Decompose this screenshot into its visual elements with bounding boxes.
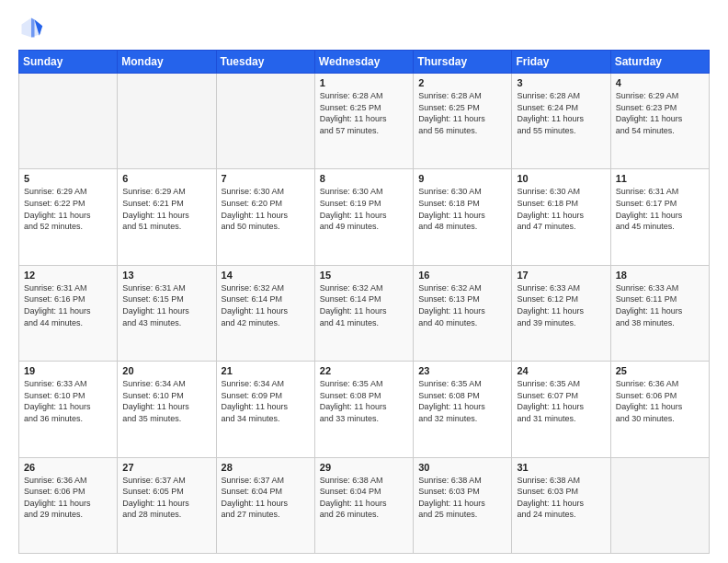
calendar-cell: 28Sunrise: 6:37 AM Sunset: 6:04 PM Dayli…: [216, 457, 314, 553]
day-info: Sunrise: 6:33 AM Sunset: 6:11 PM Dayligh…: [616, 282, 704, 328]
day-info: Sunrise: 6:34 AM Sunset: 6:10 PM Dayligh…: [122, 378, 210, 424]
day-number: 3: [517, 77, 605, 88]
calendar-cell: 20Sunrise: 6:34 AM Sunset: 6:10 PM Dayli…: [118, 362, 216, 457]
day-info: Sunrise: 6:32 AM Sunset: 6:13 PM Dayligh…: [418, 282, 506, 328]
calendar-cell: 12Sunrise: 6:31 AM Sunset: 6:16 PM Dayli…: [19, 265, 118, 361]
weekday-header-monday: Monday: [118, 51, 216, 74]
day-number: 21: [222, 365, 310, 376]
day-number: 1: [320, 77, 408, 88]
calendar-cell: [118, 74, 216, 169]
day-info: Sunrise: 6:28 AM Sunset: 6:25 PM Dayligh…: [418, 90, 506, 136]
calendar-cell: 31Sunrise: 6:38 AM Sunset: 6:03 PM Dayli…: [512, 457, 610, 553]
day-number: 26: [24, 462, 112, 473]
calendar-cell: 24Sunrise: 6:35 AM Sunset: 6:07 PM Dayli…: [512, 362, 610, 457]
day-info: Sunrise: 6:29 AM Sunset: 6:23 PM Dayligh…: [616, 90, 704, 136]
calendar-cell: 7Sunrise: 6:30 AM Sunset: 6:20 PM Daylig…: [216, 169, 314, 265]
calendar-week-4: 19Sunrise: 6:33 AM Sunset: 6:10 PM Dayli…: [19, 362, 710, 457]
day-number: 11: [616, 173, 704, 184]
day-info: Sunrise: 6:29 AM Sunset: 6:21 PM Dayligh…: [122, 186, 210, 232]
day-number: 4: [616, 77, 704, 88]
calendar-cell: [610, 457, 709, 553]
calendar-cell: 25Sunrise: 6:36 AM Sunset: 6:06 PM Dayli…: [610, 362, 709, 457]
day-number: 8: [320, 173, 408, 184]
calendar-cell: 13Sunrise: 6:31 AM Sunset: 6:15 PM Dayli…: [118, 265, 216, 361]
calendar-cell: 18Sunrise: 6:33 AM Sunset: 6:11 PM Dayli…: [610, 265, 709, 361]
weekday-header-thursday: Thursday: [414, 51, 512, 74]
day-number: 24: [517, 365, 605, 376]
day-info: Sunrise: 6:28 AM Sunset: 6:24 PM Dayligh…: [517, 90, 605, 136]
day-info: Sunrise: 6:38 AM Sunset: 6:04 PM Dayligh…: [320, 475, 408, 521]
calendar-week-5: 26Sunrise: 6:36 AM Sunset: 6:06 PM Dayli…: [19, 457, 710, 553]
calendar-cell: 8Sunrise: 6:30 AM Sunset: 6:19 PM Daylig…: [314, 169, 413, 265]
day-number: 23: [418, 365, 506, 376]
day-info: Sunrise: 6:31 AM Sunset: 6:16 PM Dayligh…: [24, 282, 112, 328]
day-info: Sunrise: 6:31 AM Sunset: 6:17 PM Dayligh…: [616, 186, 704, 232]
page: SundayMondayTuesdayWednesdayThursdayFrid…: [0, 0, 728, 563]
day-info: Sunrise: 6:29 AM Sunset: 6:22 PM Dayligh…: [24, 186, 112, 232]
calendar-cell: 1Sunrise: 6:28 AM Sunset: 6:25 PM Daylig…: [314, 74, 413, 169]
calendar-week-2: 5Sunrise: 6:29 AM Sunset: 6:22 PM Daylig…: [19, 169, 710, 265]
calendar-cell: 27Sunrise: 6:37 AM Sunset: 6:05 PM Dayli…: [118, 457, 216, 553]
calendar-cell: 6Sunrise: 6:29 AM Sunset: 6:21 PM Daylig…: [118, 169, 216, 265]
calendar-cell: 17Sunrise: 6:33 AM Sunset: 6:12 PM Dayli…: [512, 265, 610, 361]
day-info: Sunrise: 6:30 AM Sunset: 6:18 PM Dayligh…: [418, 186, 506, 232]
day-number: 14: [222, 270, 310, 281]
calendar-header: SundayMondayTuesdayWednesdayThursdayFrid…: [19, 51, 710, 74]
calendar-cell: 30Sunrise: 6:38 AM Sunset: 6:03 PM Dayli…: [414, 457, 512, 553]
day-info: Sunrise: 6:36 AM Sunset: 6:06 PM Dayligh…: [24, 475, 112, 521]
weekday-header-friday: Friday: [512, 51, 610, 74]
svg-marker-2: [31, 18, 35, 38]
header: [18, 15, 710, 40]
calendar-cell: 21Sunrise: 6:34 AM Sunset: 6:09 PM Dayli…: [216, 362, 314, 457]
weekday-header-sunday: Sunday: [19, 51, 118, 74]
day-info: Sunrise: 6:30 AM Sunset: 6:20 PM Dayligh…: [222, 186, 310, 232]
day-info: Sunrise: 6:38 AM Sunset: 6:03 PM Dayligh…: [418, 475, 506, 521]
day-number: 31: [517, 462, 605, 473]
day-number: 10: [517, 173, 605, 184]
day-number: 27: [122, 462, 210, 473]
calendar-cell: 3Sunrise: 6:28 AM Sunset: 6:24 PM Daylig…: [512, 74, 610, 169]
calendar-cell: 4Sunrise: 6:29 AM Sunset: 6:23 PM Daylig…: [610, 74, 709, 169]
day-number: 18: [616, 270, 704, 281]
day-info: Sunrise: 6:28 AM Sunset: 6:25 PM Dayligh…: [320, 90, 408, 136]
calendar-week-1: 1Sunrise: 6:28 AM Sunset: 6:25 PM Daylig…: [19, 74, 710, 169]
day-number: 2: [418, 77, 506, 88]
day-number: 16: [418, 270, 506, 281]
weekday-header-tuesday: Tuesday: [216, 51, 314, 74]
day-info: Sunrise: 6:32 AM Sunset: 6:14 PM Dayligh…: [320, 282, 408, 328]
day-info: Sunrise: 6:33 AM Sunset: 6:10 PM Dayligh…: [24, 378, 112, 424]
calendar-cell: 5Sunrise: 6:29 AM Sunset: 6:22 PM Daylig…: [19, 169, 118, 265]
logo-icon: [18, 15, 44, 40]
day-info: Sunrise: 6:33 AM Sunset: 6:12 PM Dayligh…: [517, 282, 605, 328]
day-number: 29: [320, 462, 408, 473]
day-info: Sunrise: 6:30 AM Sunset: 6:19 PM Dayligh…: [320, 186, 408, 232]
weekday-header-row: SundayMondayTuesdayWednesdayThursdayFrid…: [19, 51, 710, 74]
calendar-body: 1Sunrise: 6:28 AM Sunset: 6:25 PM Daylig…: [19, 74, 710, 554]
calendar-cell: 11Sunrise: 6:31 AM Sunset: 6:17 PM Dayli…: [610, 169, 709, 265]
calendar-cell: [19, 74, 118, 169]
day-info: Sunrise: 6:31 AM Sunset: 6:15 PM Dayligh…: [122, 282, 210, 328]
calendar-cell: [216, 74, 314, 169]
calendar-cell: 16Sunrise: 6:32 AM Sunset: 6:13 PM Dayli…: [414, 265, 512, 361]
day-info: Sunrise: 6:35 AM Sunset: 6:07 PM Dayligh…: [517, 378, 605, 424]
calendar-week-3: 12Sunrise: 6:31 AM Sunset: 6:16 PM Dayli…: [19, 265, 710, 361]
calendar-cell: 15Sunrise: 6:32 AM Sunset: 6:14 PM Dayli…: [314, 265, 413, 361]
calendar-cell: 26Sunrise: 6:36 AM Sunset: 6:06 PM Dayli…: [19, 457, 118, 553]
day-info: Sunrise: 6:30 AM Sunset: 6:18 PM Dayligh…: [517, 186, 605, 232]
weekday-header-saturday: Saturday: [610, 51, 709, 74]
day-number: 5: [24, 173, 112, 184]
day-number: 13: [122, 270, 210, 281]
day-number: 25: [616, 365, 704, 376]
logo: [18, 15, 48, 40]
day-number: 28: [222, 462, 310, 473]
calendar-cell: 2Sunrise: 6:28 AM Sunset: 6:25 PM Daylig…: [414, 74, 512, 169]
day-info: Sunrise: 6:38 AM Sunset: 6:03 PM Dayligh…: [517, 475, 605, 521]
day-number: 19: [24, 365, 112, 376]
day-number: 20: [122, 365, 210, 376]
day-number: 12: [24, 270, 112, 281]
calendar-cell: 19Sunrise: 6:33 AM Sunset: 6:10 PM Dayli…: [19, 362, 118, 457]
calendar-cell: 10Sunrise: 6:30 AM Sunset: 6:18 PM Dayli…: [512, 169, 610, 265]
calendar-cell: 29Sunrise: 6:38 AM Sunset: 6:04 PM Dayli…: [314, 457, 413, 553]
day-info: Sunrise: 6:37 AM Sunset: 6:04 PM Dayligh…: [222, 475, 310, 521]
weekday-header-wednesday: Wednesday: [314, 51, 413, 74]
